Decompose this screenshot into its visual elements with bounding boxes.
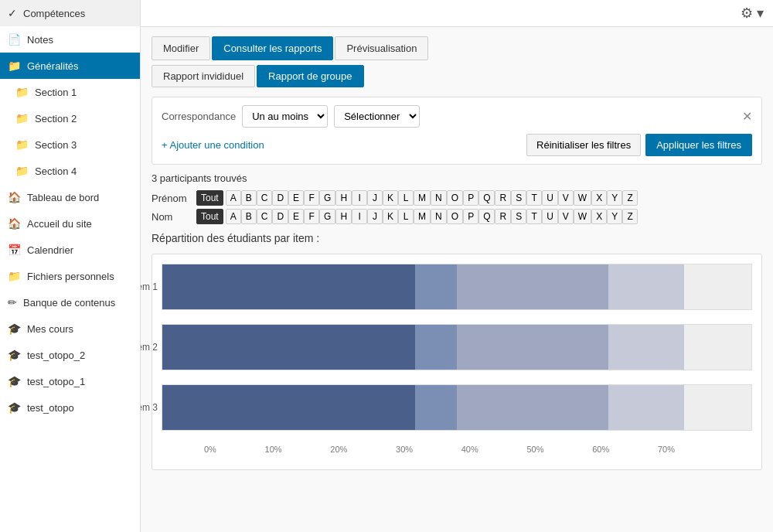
sidebar-item-notes[interactable]: 📄Notes [0, 26, 140, 53]
sidebar-icon-mescours: 🎓 [8, 322, 21, 335]
sidebar-item-competences[interactable]: ✓Compétences [0, 0, 140, 26]
prenom-letters-D[interactable]: D [272, 190, 288, 206]
sidebar-label-competences: Compétences [23, 8, 85, 19]
nom-letters-M[interactable]: M [414, 209, 431, 224]
sidebar-icon-notes: 📄 [8, 33, 21, 46]
nom-letters-H[interactable]: H [335, 209, 352, 224]
prenom-letters-O[interactable]: O [447, 190, 463, 206]
prenom-letters-I[interactable]: I [352, 190, 367, 206]
prenom-letters-P[interactable]: P [463, 190, 478, 206]
sidebar-label-banque: Banque de contenus [23, 297, 115, 309]
sidebar-item-test0[interactable]: 🎓test_otopo [0, 394, 140, 421]
bar-segment [608, 264, 684, 309]
chart-area: Degré 1Degré 2Degré 3Degré 4 Item 1Item … [152, 254, 762, 470]
subtab-groupe[interactable]: Rapport de groupe [257, 65, 363, 87]
sidebar-label-section3: Section 3 [35, 139, 77, 151]
prenom-letters: ABCDEFGHIJKLMNOPQRSTUVWXYZ [226, 190, 638, 206]
reset-filters-button[interactable]: Réinitialiser les filtres [526, 134, 641, 156]
prenom-letters-G[interactable]: G [319, 190, 335, 206]
nom-letters-Z[interactable]: Z [622, 209, 638, 224]
sidebar-item-test2[interactable]: 🎓test_otopo_2 [0, 342, 140, 368]
sidebar-item-accueil[interactable]: 🏠Accueil du site [0, 210, 140, 237]
prenom-letters-X[interactable]: X [591, 190, 607, 206]
sidebar-item-generalites[interactable]: 📁Généralités [0, 53, 140, 79]
gear-icon[interactable]: ⚙ ▾ [741, 5, 764, 22]
nom-letters-O[interactable]: O [447, 209, 463, 224]
filter-box: Correspondance Un au moins Sélectionner … [152, 97, 762, 165]
sidebar-item-section3[interactable]: 📁Section 3 [0, 131, 140, 158]
nom-letters-S[interactable]: S [511, 209, 526, 224]
tab-preview[interactable]: Prévisualisation [335, 36, 428, 60]
sidebar-icon-calendrier: 📅 [8, 244, 21, 256]
prenom-letters-Q[interactable]: Q [478, 190, 495, 206]
filter-select-1[interactable]: Un au moins [242, 105, 328, 128]
sidebar-item-tableau[interactable]: 🏠Tableau de bord [0, 184, 140, 210]
nom-letters-K[interactable]: K [383, 209, 398, 224]
nom-letters-E[interactable]: E [288, 209, 304, 224]
add-condition-button[interactable]: + Ajouter une condition [162, 139, 264, 151]
tab-consulter[interactable]: Consulter les rapports [212, 36, 333, 60]
prenom-letters-Z[interactable]: Z [622, 190, 638, 206]
prenom-letters-W[interactable]: W [574, 190, 591, 206]
nom-letters-Y[interactable]: Y [607, 209, 622, 224]
apply-filters-button[interactable]: Appliquer les filtres [645, 134, 752, 156]
nom-letters-V[interactable]: V [558, 209, 574, 224]
prenom-letters-U[interactable]: U [542, 190, 558, 206]
prenom-letters-V[interactable]: V [558, 190, 574, 206]
tab-row-2: Rapport invididuelRapport de groupe [152, 65, 762, 87]
prenom-letters-N[interactable]: N [431, 190, 447, 206]
prenom-letters-H[interactable]: H [335, 190, 352, 206]
prenom-letters-J[interactable]: J [367, 190, 383, 206]
nom-letters-N[interactable]: N [431, 209, 447, 224]
sidebar-item-test1[interactable]: 🎓test_otopo_1 [0, 368, 140, 394]
nom-letters-B[interactable]: B [241, 209, 257, 224]
nom-letters-G[interactable]: G [319, 209, 335, 224]
nom-letters-Q[interactable]: Q [478, 209, 495, 224]
prenom-tout-button[interactable]: Tout [196, 190, 223, 206]
prenom-letters-E[interactable]: E [288, 190, 304, 206]
nom-letters-R[interactable]: R [495, 209, 511, 224]
nom-letters-C[interactable]: C [257, 209, 273, 224]
nom-tout-button[interactable]: Tout [196, 209, 223, 224]
filter-select-2[interactable]: Sélectionner [334, 105, 420, 128]
prenom-letters-F[interactable]: F [304, 190, 319, 206]
prenom-letters-L[interactable]: L [398, 190, 414, 206]
sidebar-item-calendrier[interactable]: 📅Calendrier [0, 237, 140, 263]
prenom-letters-M[interactable]: M [414, 190, 431, 206]
main: ⚙ ▾ ModifierConsulter les rapportsPrévis… [141, 0, 773, 532]
prenom-letters-A[interactable]: A [226, 190, 241, 206]
nom-letters-D[interactable]: D [272, 209, 288, 224]
nom-letters-P[interactable]: P [463, 209, 478, 224]
sidebar-item-banque[interactable]: ✏Banque de contenus [0, 289, 140, 315]
sidebar-label-notes: Notes [27, 34, 53, 46]
subtab-individuel[interactable]: Rapport invididuel [152, 65, 255, 87]
sidebar-label-generalites: Généralités [27, 60, 78, 72]
prenom-letters-K[interactable]: K [383, 190, 398, 206]
content: ModifierConsulter les rapportsPrévisuali… [141, 27, 773, 532]
nom-letters-W[interactable]: W [574, 209, 591, 224]
clear-filter-button[interactable]: ✕ [742, 109, 752, 124]
prenom-letters-Y[interactable]: Y [607, 190, 622, 206]
sidebar-icon-accueil: 🏠 [8, 217, 21, 230]
nom-letters-I[interactable]: I [352, 209, 367, 224]
prenom-letters-T[interactable]: T [526, 190, 542, 206]
prenom-letters-B[interactable]: B [241, 190, 257, 206]
prenom-letters-S[interactable]: S [511, 190, 526, 206]
participants-count: 3 participants trouvés [152, 172, 762, 184]
bar-segment [162, 264, 415, 309]
nom-letters-T[interactable]: T [526, 209, 542, 224]
nom-letters-U[interactable]: U [542, 209, 558, 224]
prenom-letters-R[interactable]: R [495, 190, 511, 206]
sidebar-item-fichiers[interactable]: 📁Fichiers personnels [0, 263, 140, 289]
nom-letters-L[interactable]: L [398, 209, 414, 224]
nom-letters-F[interactable]: F [304, 209, 319, 224]
sidebar-item-mescours[interactable]: 🎓Mes cours [0, 315, 140, 342]
nom-letters-X[interactable]: X [591, 209, 607, 224]
sidebar-item-section1[interactable]: 📁Section 1 [0, 79, 140, 105]
tab-modifier[interactable]: Modifier [152, 36, 210, 60]
prenom-letters-C[interactable]: C [257, 190, 273, 206]
nom-letters-J[interactable]: J [367, 209, 383, 224]
nom-letters-A[interactable]: A [226, 209, 241, 224]
sidebar-item-section2[interactable]: 📁Section 2 [0, 105, 140, 131]
sidebar-item-section4[interactable]: 📁Section 4 [0, 158, 140, 184]
